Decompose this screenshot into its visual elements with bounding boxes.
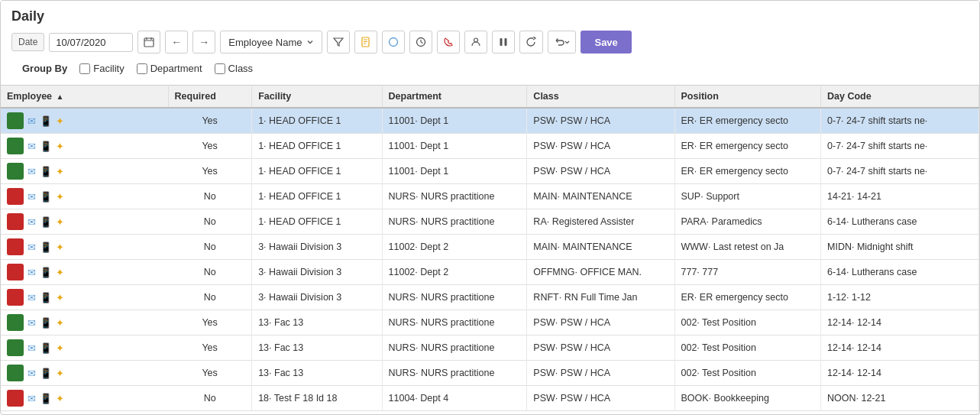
required-cell: No [168,209,252,235]
class-cell: MAIN· MAINTENANCE [527,235,674,260]
chevron-down-icon [306,38,314,46]
green-status-dot [7,339,24,356]
department-cell: 11002· Dept 2 [382,260,527,285]
email-icon[interactable]: ✉ [27,115,36,127]
daycode-cell: 12-14· 12-14 [821,361,979,386]
phone-row-icon[interactable]: 📱 [40,166,52,177]
phone-row-icon[interactable]: 📱 [40,292,52,303]
email-icon[interactable]: ✉ [27,368,36,379]
col-daycode[interactable]: Day Code [821,86,979,109]
filter-icon-btn[interactable] [327,31,350,53]
col-department[interactable]: Department [382,86,527,109]
refresh-icon-btn[interactable] [519,31,543,53]
phone-row-icon[interactable]: 📱 [40,115,52,127]
facility-cell: 3· Hawaii Division 3 [252,285,382,310]
table-row[interactable]: ✉ 📱 ✦ No3· Hawaii Division 311002· Dept … [1,235,979,260]
phone-row-icon[interactable]: 📱 [40,317,52,329]
star-icon[interactable]: ✦ [56,166,64,177]
star-icon[interactable]: ✦ [56,141,64,152]
class-checkbox[interactable] [215,63,225,74]
email-icon[interactable]: ✉ [27,191,36,203]
position-cell: PARA· Paramedics [674,209,821,235]
phone-row-icon[interactable]: 📱 [40,267,52,278]
star-icon[interactable]: ✦ [56,342,64,354]
required-cell: Yes [168,310,252,336]
phone-row-icon[interactable]: 📱 [40,216,52,228]
col-class[interactable]: Class [527,86,674,109]
phone-row-icon[interactable]: 📱 [40,191,52,203]
prev-btn[interactable]: ← [165,31,188,53]
department-checkbox-item[interactable]: Department [137,63,202,74]
star-icon[interactable]: ✦ [56,267,64,278]
undo-icon-btn[interactable] [548,31,576,53]
class-checkbox-item[interactable]: Class [215,63,254,74]
star-icon[interactable]: ✦ [56,393,64,404]
facility-checkbox[interactable] [79,63,90,74]
clock-icon-btn[interactable] [409,31,432,53]
pause-icon-btn[interactable] [492,31,515,53]
star-icon[interactable]: ✦ [56,317,64,329]
document-icon [361,37,371,47]
calendar-icon-btn[interactable] [137,31,160,53]
employee-cell: ✉ 📱 ✦ [1,310,168,336]
phone-row-icon[interactable]: 📱 [40,342,52,354]
col-required[interactable]: Required [168,86,252,109]
facility-label: Facility [93,63,124,74]
class-cell: OFFMNG· OFFICE MAN. [527,260,674,285]
table-row[interactable]: ✉ 📱 ✦ No3· Hawaii Division 3NURS· NURS p… [1,285,979,310]
star-icon[interactable]: ✦ [56,216,64,228]
daycode-cell: 1-12· 1-12 [821,285,979,310]
date-input[interactable] [49,33,133,52]
department-cell: NURS· NURS practitione [382,184,527,209]
table-row[interactable]: ✉ 📱 ✦ No1· HEAD OFFICE 1NURS· NURS pract… [1,209,979,235]
person-icon-btn[interactable] [464,31,487,53]
email-icon[interactable]: ✉ [27,242,36,253]
email-icon[interactable]: ✉ [27,141,36,152]
star-icon[interactable]: ✦ [56,191,64,203]
phone-row-icon[interactable]: 📱 [40,242,52,253]
table-row[interactable]: ✉ 📱 ✦ Yes13· Fac 13NURS· NURS practition… [1,310,979,336]
table-row[interactable]: ✉ 📱 ✦ No18· Test F 18 Id 1811004· Dept 4… [1,386,979,411]
star-icon[interactable]: ✦ [56,368,64,379]
email-icon[interactable]: ✉ [27,393,36,404]
col-facility[interactable]: Facility [252,86,382,109]
phone-row-icon[interactable]: 📱 [40,393,52,404]
email-icon[interactable]: ✉ [27,166,36,177]
table-row[interactable]: ✉ 📱 ✦ No3· Hawaii Division 311002· Dept … [1,260,979,285]
facility-cell: 3· Hawaii Division 3 [252,235,382,260]
position-cell: ER· ER emergency secto [674,134,821,159]
col-employee[interactable]: Employee ▲ [1,86,168,109]
star-icon[interactable]: ✦ [56,115,64,127]
employee-cell: ✉ 📱 ✦ [1,235,168,260]
red-status-dot [7,390,24,407]
employee-dropdown[interactable]: Employee Name [220,31,322,53]
email-icon[interactable]: ✉ [27,342,36,354]
email-icon[interactable]: ✉ [27,216,36,228]
table-row[interactable]: ✉ 📱 ✦ No1· HEAD OFFICE 1NURS· NURS pract… [1,184,979,209]
table-row[interactable]: ✉ 📱 ✦ Yes13· Fac 13NURS· NURS practition… [1,336,979,361]
star-icon[interactable]: ✦ [56,242,64,253]
green-status-dot [7,365,24,381]
phone-row-icon[interactable]: 📱 [40,368,52,379]
email-icon[interactable]: ✉ [27,317,36,329]
table-row[interactable]: ✉ 📱 ✦ Yes1· HEAD OFFICE 111001· Dept 1PS… [1,108,979,134]
class-cell: MAIN· MAINTENANCE [527,184,674,209]
circle-icon-btn[interactable] [382,31,405,53]
save-button[interactable]: Save [581,31,631,53]
star-icon[interactable]: ✦ [56,292,64,303]
department-checkbox[interactable] [137,63,147,74]
table-row[interactable]: ✉ 📱 ✦ Yes1· HEAD OFFICE 111001· Dept 1PS… [1,134,979,159]
chevron-down-icon-undo [564,40,570,45]
email-icon[interactable]: ✉ [27,292,36,303]
facility-checkbox-item[interactable]: Facility [79,63,124,74]
required-cell: No [168,235,252,260]
next-btn[interactable]: → [192,31,215,53]
email-icon[interactable]: ✉ [27,267,36,278]
table-row[interactable]: ✉ 📱 ✦ Yes13· Fac 13NURS· NURS practition… [1,361,979,386]
table-row[interactable]: ✉ 📱 ✦ Yes1· HEAD OFFICE 111001· Dept 1PS… [1,159,979,184]
employee-dropdown-label: Employee Name [228,37,302,48]
doc-icon-btn[interactable] [354,31,377,53]
phone-icon-btn[interactable] [437,31,460,53]
col-position[interactable]: Position [674,86,821,109]
phone-row-icon[interactable]: 📱 [40,141,52,152]
